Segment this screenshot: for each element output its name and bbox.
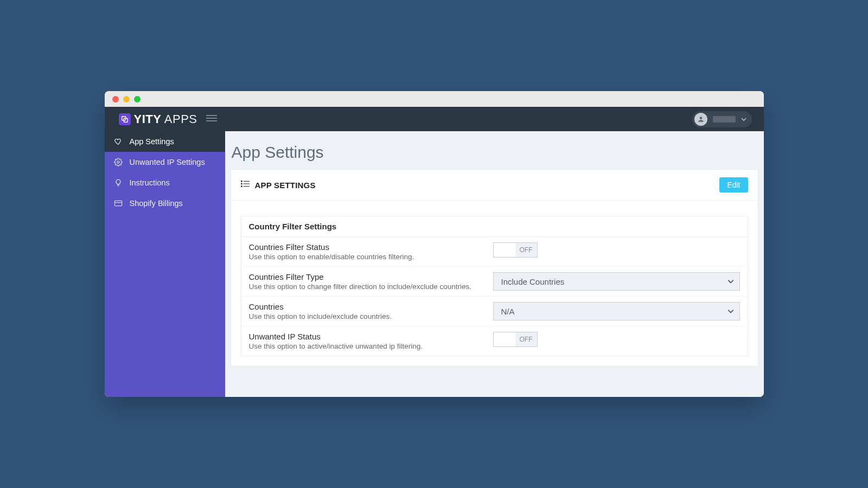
window-minimize-icon[interactable]	[123, 96, 130, 102]
select-value: N/A	[501, 307, 515, 316]
user-name-placeholder	[713, 116, 736, 123]
sidebar-item-instructions[interactable]: Instructions	[105, 172, 225, 193]
chevron-down-icon	[727, 307, 734, 316]
sidebar-item-app-settings[interactable]: App Settings	[105, 131, 225, 152]
row-help: Use this option to change filter directi…	[249, 282, 482, 291]
main-content: App Settings APP SETTINGS Edit Country F…	[225, 131, 764, 397]
row-help: Use this option to include/exclude count…	[249, 312, 482, 320]
svg-point-5	[117, 161, 119, 163]
unwanted-ip-status-toggle[interactable]: OFF	[493, 332, 538, 347]
row-label: Unwanted IP Status	[249, 332, 482, 341]
card-icon	[113, 199, 123, 208]
country-filter-section: Country Filter Settings Countries Filter…	[241, 216, 748, 356]
row-help: Use this option to enable/disable countr…	[249, 253, 482, 261]
row-countries-filter-status: Countries Filter Status Use this option …	[241, 237, 748, 267]
countries-filter-status-toggle[interactable]: OFF	[493, 242, 538, 258]
row-countries-filter-type: Countries Filter Type Use this option to…	[241, 267, 748, 297]
page-title: App Settings	[232, 143, 758, 162]
user-menu[interactable]	[692, 111, 752, 127]
sidebar-item-label: Instructions	[130, 178, 170, 187]
chevron-down-icon	[741, 114, 746, 124]
countries-filter-type-select[interactable]: Include Countries	[493, 272, 740, 291]
row-label: Countries Filter Status	[249, 242, 482, 252]
panel-caption: APP SETTINGS	[255, 181, 316, 190]
sidebar-item-label: Shopify Billings	[130, 199, 183, 208]
top-navbar: YITY APPS	[105, 107, 764, 131]
toggle-value: OFF	[515, 243, 537, 257]
toggle-value: OFF	[515, 332, 537, 346]
list-icon	[241, 180, 250, 190]
settings-panel: APP SETTINGS Edit Country Filter Setting…	[231, 169, 758, 367]
heart-icon	[113, 137, 123, 146]
row-unwanted-ip-status: Unwanted IP Status Use this option to ac…	[241, 326, 748, 356]
sidebar-item-label: App Settings	[130, 137, 174, 146]
panel-body: Country Filter Settings Countries Filter…	[231, 201, 758, 366]
sidebar-item-shopify-billings[interactable]: Shopify Billings	[105, 193, 225, 214]
brand-logo-icon	[119, 113, 131, 125]
edit-button[interactable]: Edit	[719, 177, 748, 192]
row-countries: Countries Use this option to include/exc…	[241, 297, 748, 326]
app-window: YITY APPS App Settings	[105, 91, 764, 397]
row-label: Countries Filter Type	[249, 272, 482, 281]
brand-text: YITY APPS	[134, 112, 197, 126]
gear-icon	[113, 158, 123, 166]
svg-point-10	[241, 186, 242, 187]
sidebar-item-label: Unwanted IP Settings	[130, 158, 205, 166]
select-value: Include Countries	[501, 277, 565, 286]
sidebar: App Settings Unwanted IP Settings Instru…	[105, 131, 225, 397]
brand: YITY APPS	[119, 112, 197, 126]
panel-header: APP SETTINGS Edit	[231, 170, 758, 201]
window-maximize-icon[interactable]	[134, 96, 141, 102]
avatar-icon	[694, 113, 707, 126]
app-body: App Settings Unwanted IP Settings Instru…	[105, 131, 764, 397]
countries-select[interactable]: N/A	[493, 302, 740, 320]
sidebar-toggle-button[interactable]	[206, 114, 217, 124]
section-title: Country Filter Settings	[241, 216, 748, 237]
window-titlebar	[105, 91, 764, 107]
svg-point-9	[241, 183, 242, 184]
svg-rect-6	[114, 201, 122, 206]
sidebar-item-unwanted-ip[interactable]: Unwanted IP Settings	[105, 152, 225, 172]
svg-point-8	[241, 181, 242, 182]
window-close-icon[interactable]	[112, 96, 119, 102]
row-label: Countries	[249, 302, 482, 311]
row-help: Use this option to active/inactive unwan…	[249, 342, 482, 350]
bulb-icon	[113, 178, 123, 187]
chevron-down-icon	[727, 277, 734, 286]
